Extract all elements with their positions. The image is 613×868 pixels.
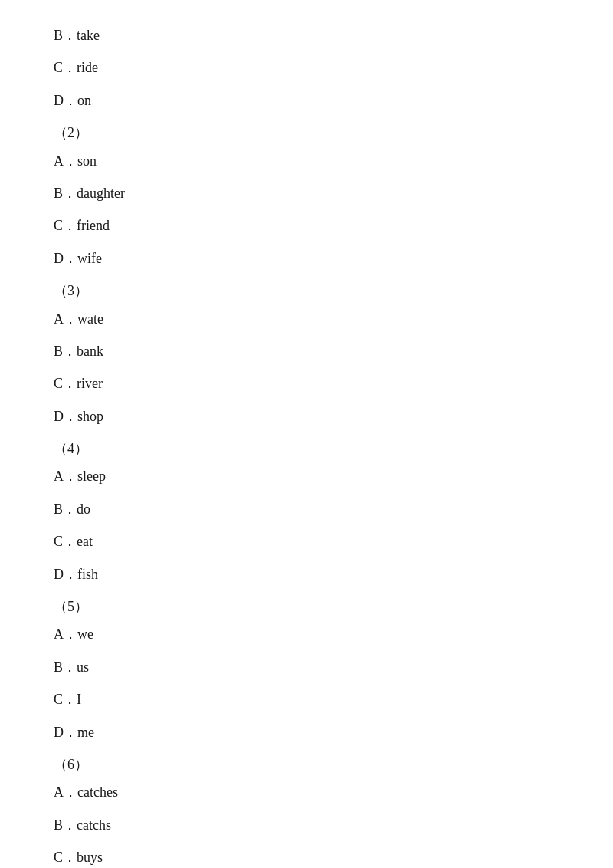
option-b-bank: B．bank [54, 339, 559, 363]
question-4-label: （4） [54, 436, 559, 461]
option-a-catches: A．catches [54, 780, 559, 804]
question-3-label: （3） [54, 278, 559, 303]
option-c-friend: C．friend [54, 213, 559, 238]
question-2-label: （2） [54, 120, 559, 145]
option-d-fish: D．fish [54, 562, 559, 587]
option-c-eat: C．eat [54, 529, 559, 554]
question-5-label: （5） [54, 594, 559, 619]
option-d-on: D．on [54, 88, 559, 113]
option-c-ride: C．ride [54, 55, 559, 80]
main-content: B．take C．ride D．on （2） A．son B．daughter … [0, 0, 613, 868]
option-b-do: B．do [54, 497, 559, 521]
option-b-us: B．us [54, 655, 559, 679]
question-6-label: （6） [54, 752, 559, 777]
option-c-river: C．river [54, 371, 559, 396]
option-b-catchs: B．catchs [54, 813, 559, 837]
option-d-me: D．me [54, 720, 559, 745]
option-d-shop: D．shop [54, 404, 559, 429]
option-d-wife: D．wife [54, 246, 559, 271]
option-a-sleep: A．sleep [54, 464, 559, 488]
option-a-son: A．son [54, 149, 559, 173]
option-b-take: B．take [54, 23, 559, 48]
option-b-daughter: B．daughter [54, 181, 559, 205]
option-c-i: C．I [54, 687, 559, 712]
option-a-we: A．we [54, 622, 559, 646]
option-a-wate: A．wate [54, 307, 559, 331]
option-c-buys: C．buys [54, 845, 559, 868]
